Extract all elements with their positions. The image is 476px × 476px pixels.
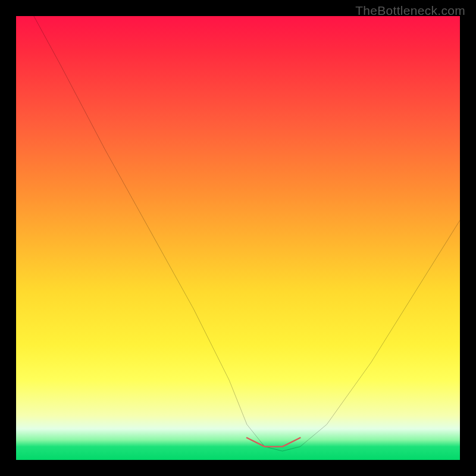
curve-path <box>34 16 460 451</box>
watermark-text: TheBottleneck.com <box>355 4 465 18</box>
outer-frame: TheBottleneck.com <box>0 0 476 476</box>
trough-highlight <box>247 438 300 447</box>
plot-area <box>16 16 460 460</box>
bottleneck-curve <box>16 16 460 460</box>
